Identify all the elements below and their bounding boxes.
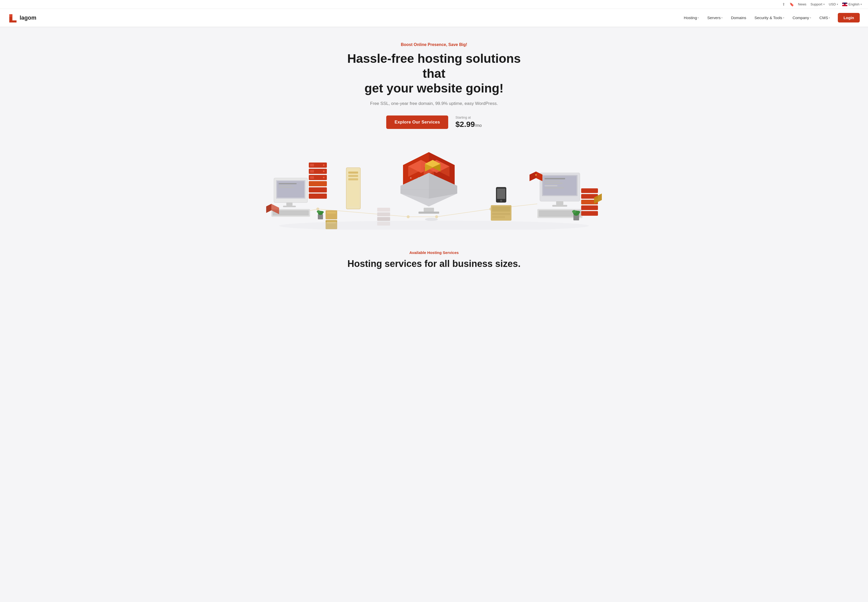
svg-rect-25	[309, 187, 327, 192]
hero-title-line2: get your website going!	[364, 81, 504, 95]
nav-hosting-chevron: ▾	[698, 17, 699, 19]
svg-point-32	[323, 177, 325, 178]
nav-item-security[interactable]: Security & Tools ▾	[751, 14, 788, 22]
nav-company-label: Company	[793, 15, 809, 20]
svg-point-8	[435, 215, 438, 218]
nav-servers-chevron: ▾	[721, 17, 723, 19]
svg-rect-88	[545, 183, 563, 184]
svg-marker-1	[9, 14, 12, 17]
support-label: Support	[810, 2, 822, 6]
svg-rect-81	[492, 213, 510, 215]
svg-rect-18	[283, 206, 296, 207]
hero-eyebrow: Boost Online Presence, Save Big!	[344, 42, 524, 47]
svg-line-4	[436, 209, 491, 217]
svg-rect-26	[309, 194, 327, 199]
nav-links: Hosting ▾ Servers ▾ Domains Security & T…	[680, 13, 860, 23]
main-nav: lagom Hosting ▾ Servers ▾ Domains Securi…	[0, 9, 868, 27]
svg-point-75	[425, 218, 438, 221]
price-block: Starting at $2.99/mo	[455, 115, 482, 129]
svg-point-78	[500, 200, 502, 202]
hero-section: Boost Online Presence, Save Big! Hassle-…	[0, 27, 868, 235]
svg-point-35	[317, 210, 320, 213]
nav-item-company[interactable]: Company ▾	[789, 14, 815, 22]
explore-button[interactable]: Explore Our Services	[386, 115, 448, 129]
svg-rect-95	[581, 188, 598, 193]
price-mo: /mo	[475, 123, 482, 127]
logo[interactable]: lagom	[8, 13, 37, 23]
svg-rect-77	[497, 189, 505, 199]
price-value: $2.99	[455, 120, 475, 128]
services-section: Available Hosting Services Hosting servi…	[0, 235, 868, 277]
news-label: News	[798, 2, 807, 6]
svg-rect-14	[279, 183, 297, 184]
svg-point-30	[323, 170, 325, 172]
currency-selector[interactable]: USD ▾	[829, 2, 838, 6]
currency-label: USD	[829, 2, 836, 6]
nav-cms-label: CMS	[819, 15, 828, 20]
logo-icon	[8, 13, 18, 23]
svg-rect-82	[492, 216, 505, 218]
svg-point-107	[577, 211, 580, 213]
svg-rect-29	[310, 170, 314, 173]
nav-company-chevron: ▾	[810, 17, 811, 19]
support-chevron: ▾	[823, 3, 825, 6]
svg-rect-16	[279, 187, 294, 188]
services-title: Hosting services for all business sizes.	[6, 258, 862, 269]
svg-point-9	[317, 208, 319, 210]
svg-rect-99	[581, 211, 598, 216]
currency-chevron: ▾	[837, 3, 838, 6]
svg-rect-24	[309, 181, 327, 186]
bookmark-icon: 🔖	[790, 2, 794, 6]
hero-content: Boost Online Presence, Save Big! Hassle-…	[344, 42, 524, 129]
hero-title-line1: Hassle-free hosting solutions that	[347, 52, 521, 80]
hero-illustration	[266, 137, 602, 230]
svg-rect-71	[377, 208, 390, 212]
support-link[interactable]: Support ▾	[810, 2, 825, 6]
svg-point-103	[535, 174, 537, 176]
nav-item-domains[interactable]: Domains	[727, 14, 750, 22]
nav-hosting-label: Hosting	[684, 15, 697, 20]
price-starting-text: Starting at	[455, 115, 482, 119]
svg-point-60	[410, 177, 412, 179]
svg-rect-39	[327, 212, 336, 213]
svg-rect-17	[286, 203, 292, 206]
price-amount: $2.99/mo	[455, 120, 482, 129]
hero-scene-svg	[266, 137, 602, 230]
svg-rect-47	[346, 168, 360, 209]
svg-rect-89	[545, 185, 557, 186]
svg-rect-69	[424, 208, 434, 212]
nav-domains-label: Domains	[731, 15, 746, 20]
nav-item-servers[interactable]: Servers ▾	[704, 14, 726, 22]
svg-rect-73	[377, 217, 390, 221]
svg-marker-110	[266, 204, 271, 214]
share-icon-item[interactable]: ⬆	[782, 2, 785, 7]
services-eyebrow: Available Hosting Services	[6, 250, 862, 255]
nav-servers-label: Servers	[707, 15, 721, 20]
svg-point-106	[572, 210, 576, 213]
hero-subtitle: Free SSL, one-year free domain, 99.9% up…	[344, 101, 524, 106]
svg-rect-27	[310, 164, 314, 166]
news-link[interactable]: News	[798, 2, 807, 6]
hero-cta-row: Explore Our Services Starting at $2.99/m…	[344, 115, 524, 129]
top-bar: ⬆ 🔖 News Support ▾ USD ▾ English ▾	[0, 0, 868, 9]
svg-rect-91	[556, 201, 563, 205]
flag-icon	[842, 3, 847, 6]
svg-rect-72	[377, 212, 390, 216]
nav-security-chevron: ▾	[783, 17, 784, 19]
svg-point-7	[407, 215, 409, 218]
nav-security-label: Security & Tools	[755, 15, 782, 20]
svg-rect-80	[492, 206, 510, 212]
nav-item-cms[interactable]: CMS ▾	[816, 14, 834, 22]
hero-title: Hassle-free hosting solutions that get y…	[344, 51, 524, 96]
language-selector[interactable]: English ▾	[842, 2, 862, 6]
svg-rect-90	[545, 187, 564, 188]
svg-rect-15	[279, 185, 291, 186]
language-label: English	[848, 2, 859, 6]
nav-item-hosting[interactable]: Hosting ▾	[680, 14, 703, 22]
svg-point-36	[321, 211, 324, 213]
login-button[interactable]: Login	[838, 13, 860, 23]
svg-rect-70	[418, 212, 439, 213]
svg-marker-101	[530, 172, 536, 181]
bookmark-icon-item[interactable]: 🔖	[790, 2, 794, 6]
svg-rect-98	[581, 206, 598, 210]
